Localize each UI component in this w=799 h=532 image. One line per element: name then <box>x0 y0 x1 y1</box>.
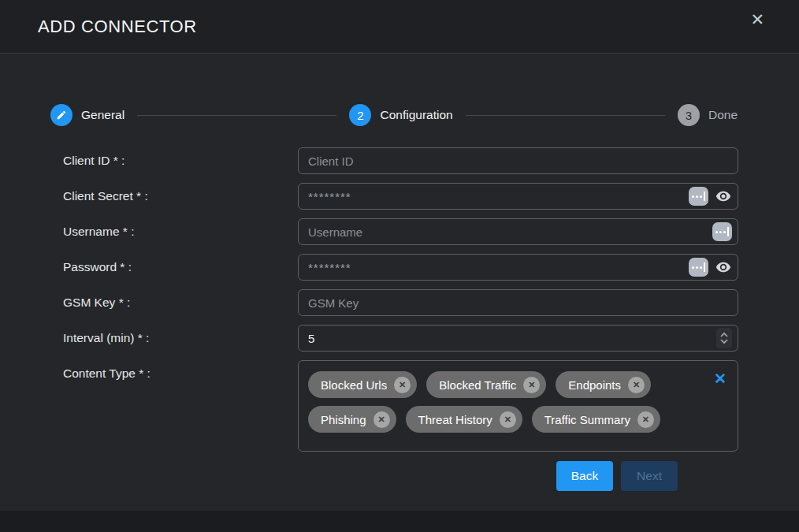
stepper: General 2 Configuration 3 Done <box>0 104 799 126</box>
chip-remove-icon[interactable]: ✕ <box>394 377 411 393</box>
eye-icon[interactable] <box>715 259 732 276</box>
step-label-general: General <box>81 108 124 122</box>
page-title: ADD CONNECTOR <box>38 17 197 37</box>
chip-remove-icon[interactable]: ✕ <box>628 377 645 393</box>
step-label-configuration: Configuration <box>380 108 452 122</box>
password-autofill-icon[interactable] <box>712 222 732 241</box>
content-type-multiselect[interactable]: Blocked Urls ✕ Blocked Traffic ✕ Endpoin… <box>298 360 738 452</box>
configuration-form: Client ID * : Client Secret * : Username… <box>0 147 799 491</box>
gsm-key-field[interactable] <box>298 289 738 316</box>
password-autofill-icon[interactable] <box>689 187 708 206</box>
username-field[interactable] <box>298 218 738 245</box>
form-row-gsm-key: GSM Key * : <box>63 289 738 316</box>
chip-blocked-urls: Blocked Urls ✕ <box>308 371 417 398</box>
pencil-icon <box>50 104 72 126</box>
form-row-client-id: Client ID * : <box>63 147 738 174</box>
stepper-step-general[interactable]: General <box>50 104 124 126</box>
step-number-3: 3 <box>678 104 700 126</box>
add-connector-dialog: ADD CONNECTOR ✕ General 2 Configuration … <box>0 0 799 532</box>
password-label: Password * : <box>63 260 298 274</box>
password-input-wrap <box>298 254 738 281</box>
chip-traffic-summary: Traffic Summary ✕ <box>532 406 660 433</box>
form-row-interval: Interval (min) * : <box>63 325 738 352</box>
form-row-password: Password * : <box>63 254 738 281</box>
client-id-label: Client ID * : <box>63 154 298 168</box>
gsm-key-label: GSM Key * : <box>63 296 298 310</box>
step-number-2: 2 <box>349 104 371 126</box>
dialog-bottom-bar <box>0 511 799 532</box>
form-row-content-type: Content Type * : Blocked Urls ✕ Blocked … <box>63 360 738 452</box>
client-id-input-wrap <box>298 147 738 174</box>
chip-remove-icon[interactable]: ✕ <box>523 377 540 393</box>
close-icon[interactable]: ✕ <box>750 11 764 28</box>
chip-remove-icon[interactable]: ✕ <box>373 411 390 428</box>
clear-all-icon[interactable]: ✕ <box>714 371 727 386</box>
form-row-client-secret: Client Secret * : <box>63 183 738 210</box>
content-type-label: Content Type * : <box>63 360 298 381</box>
back-button[interactable]: Back <box>556 461 613 491</box>
chip-list: Blocked Urls ✕ Blocked Traffic ✕ Endpoin… <box>303 367 701 437</box>
client-secret-label: Client Secret * : <box>63 189 298 203</box>
stepper-connector-line <box>466 115 665 116</box>
chip-threat-history: Threat History ✕ <box>406 406 522 433</box>
chip-remove-icon[interactable]: ✕ <box>500 411 516 428</box>
stepper-connector-line <box>137 115 336 116</box>
password-field[interactable] <box>298 254 738 281</box>
next-button[interactable]: Next <box>621 461 678 491</box>
dialog-header: ADD CONNECTOR ✕ <box>0 0 799 54</box>
number-stepper-icon[interactable] <box>716 328 732 348</box>
chip-endpoints: Endpoints ✕ <box>556 371 651 398</box>
eye-icon[interactable] <box>715 188 732 205</box>
step-label-done: Done <box>708 108 738 122</box>
password-autofill-icon[interactable] <box>689 258 708 277</box>
stepper-step-configuration[interactable]: 2 Configuration <box>349 104 452 126</box>
stepper-step-done[interactable]: 3 Done <box>678 104 738 126</box>
client-secret-input-wrap <box>298 183 738 210</box>
client-id-field[interactable] <box>298 147 738 174</box>
dialog-actions: Back Next <box>63 461 738 491</box>
username-label: Username * : <box>63 225 298 239</box>
form-row-username: Username * : <box>63 218 738 245</box>
gsm-key-input-wrap <box>298 289 738 316</box>
interval-field[interactable] <box>298 325 738 352</box>
interval-label: Interval (min) * : <box>63 331 298 345</box>
chip-remove-icon[interactable]: ✕ <box>637 411 654 428</box>
chip-blocked-traffic: Blocked Traffic ✕ <box>426 371 546 398</box>
interval-input-wrap <box>298 325 738 352</box>
chip-phishing: Phishing ✕ <box>308 406 396 433</box>
client-secret-field[interactable] <box>298 183 738 210</box>
username-input-wrap <box>298 218 738 245</box>
